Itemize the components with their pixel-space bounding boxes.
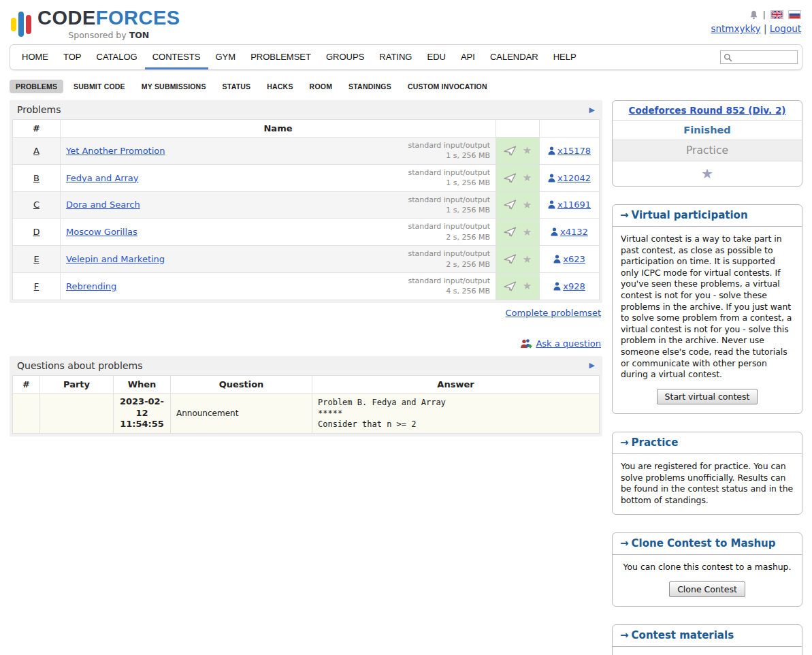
nav-item-catalog[interactable]: CATALOG: [89, 46, 145, 69]
nav-item-rating[interactable]: RATING: [372, 46, 419, 69]
ask-question-people-icon: [520, 338, 532, 349]
nav-item-contests[interactable]: CONTESTS: [145, 46, 208, 69]
problem-name-link[interactable]: Moscow Gorillas: [66, 227, 137, 237]
contest-mode: Practice: [613, 140, 802, 161]
problem-name-link[interactable]: Fedya and Array: [66, 173, 138, 183]
problem-name-link[interactable]: Velepin and Marketing: [66, 254, 165, 264]
contest-status: Finished: [613, 120, 802, 140]
tab-my-submissions[interactable]: MY SUBMISSIONS: [135, 80, 212, 93]
problem-name-link[interactable]: Yet Another Promotion: [66, 146, 165, 156]
tab-custom-invocation[interactable]: CUSTOM INVOCATION: [402, 80, 493, 93]
virtual-participation-text: Virtual contest is a way to take part in…: [613, 227, 802, 389]
tab-problems[interactable]: PROBLEMS: [10, 80, 63, 93]
arrow-right-icon: →: [620, 629, 629, 641]
problem-index-link[interactable]: D: [33, 227, 39, 237]
solved-count-link[interactable]: x11691: [548, 199, 591, 210]
favorite-star-icon[interactable]: ★: [523, 144, 532, 157]
problem-constraints: standard input/output1 s, 256 MB: [408, 195, 490, 216]
favorite-star-icon[interactable]: ★: [523, 280, 532, 292]
nav-item-groups[interactable]: GROUPS: [319, 46, 372, 69]
submit-plane-icon[interactable]: [504, 281, 517, 291]
nav-item-gym[interactable]: GYM: [208, 46, 244, 69]
caption-expand-arrow-icon[interactable]: ▶: [589, 361, 595, 370]
col-header-party: Party: [40, 375, 114, 393]
logo-title: CODEFORCES: [37, 7, 180, 29]
table-row: F Rebrending standard input/output4 s, 2…: [13, 272, 600, 300]
nav-item-top[interactable]: TOP: [56, 46, 89, 69]
logo-subtitle: Sponsored by TON: [37, 30, 180, 40]
contest-materials-box: →Contest materials • Announcement × • Tu…: [612, 624, 802, 655]
problem-name-link[interactable]: Dora and Search: [66, 199, 140, 210]
caption-expand-arrow-icon[interactable]: ▶: [589, 106, 595, 114]
header: CODEFORCES Sponsored by TON | sntmxykky …: [10, 5, 802, 44]
problem-index-link[interactable]: E: [33, 254, 39, 264]
page: CODEFORCES Sponsored by TON | sntmxykky …: [0, 0, 812, 655]
nav-item-help[interactable]: HELP: [546, 46, 584, 69]
submit-plane-icon[interactable]: [504, 254, 517, 264]
submit-plane-icon[interactable]: [504, 227, 517, 237]
favorite-star-icon[interactable]: ★: [523, 226, 532, 238]
language-row: |: [711, 10, 801, 20]
contest-info-box: Codeforces Round 852 (Div. 2) Finished P…: [612, 100, 802, 187]
question-num: [13, 393, 40, 434]
solved-count-link[interactable]: x15178: [548, 146, 591, 156]
col-header-num: #: [13, 375, 40, 393]
submit-plane-icon[interactable]: [504, 146, 517, 156]
logout-link[interactable]: Logout: [770, 23, 801, 34]
solved-count-link[interactable]: x623: [553, 254, 585, 264]
solved-count-link[interactable]: x4132: [551, 227, 588, 237]
codeforces-logo[interactable]: CODEFORCES Sponsored by TON: [11, 8, 180, 40]
person-icon: [553, 255, 561, 263]
problem-index-link[interactable]: C: [33, 199, 39, 210]
start-virtual-contest-button[interactable]: Start virtual contest: [657, 389, 758, 404]
problem-constraints: standard input/output1 s, 256 MB: [408, 167, 490, 189]
solved-count-link[interactable]: x12042: [548, 173, 591, 183]
ask-question-link[interactable]: Ask a question: [536, 338, 601, 349]
practice-box: →Practice You are registered for practic…: [612, 432, 802, 515]
table-row: D Moscow Gorillas standard input/output2…: [13, 219, 600, 246]
questions-table: # Party When Question Answer 2023-0: [12, 375, 600, 434]
favorite-star-icon[interactable]: ★: [523, 253, 532, 266]
favorite-star-icon[interactable]: ★: [523, 172, 532, 184]
tab-submit-code[interactable]: SUBMIT CODE: [67, 80, 131, 93]
tab-room[interactable]: ROOM: [304, 80, 338, 93]
nav-item-calendar[interactable]: CALENDAR: [483, 46, 546, 69]
col-header-when: When: [114, 375, 171, 393]
problem-index-link[interactable]: B: [33, 173, 39, 183]
problem-constraints: standard input/output4 s, 256 MB: [408, 276, 490, 297]
search-icon: [724, 53, 732, 62]
submit-plane-icon[interactable]: [504, 199, 517, 210]
person-icon: [548, 200, 555, 209]
clone-contest-button[interactable]: Clone Contest: [669, 581, 745, 597]
complete-problemset-row: Complete problemset: [11, 308, 601, 318]
problems-caption: Problems: [17, 104, 61, 115]
flag-en-icon[interactable]: [770, 10, 783, 19]
col-header-name: Name: [61, 120, 496, 138]
tab-status[interactable]: STATUS: [216, 80, 257, 93]
solved-count-link[interactable]: x928: [553, 281, 585, 291]
problem-name-link[interactable]: Rebrending: [66, 281, 116, 291]
clone-mashup-text: You can clone this contest to a mashup.: [613, 555, 802, 581]
contest-title-link[interactable]: Codeforces Round 852 (Div. 2): [629, 105, 786, 116]
bell-icon[interactable]: [749, 10, 758, 20]
tab-standings[interactable]: STANDINGS: [342, 80, 397, 93]
username-link[interactable]: sntmxykky: [711, 23, 760, 34]
problem-index-link[interactable]: F: [34, 281, 39, 291]
user-row: sntmxykky | Logout: [711, 23, 801, 34]
nav-item-problemset[interactable]: PROBLEMSET: [243, 46, 319, 69]
favorite-star-icon[interactable]: ★: [523, 199, 532, 211]
nav-item-api[interactable]: API: [453, 46, 483, 69]
problem-index-link[interactable]: A: [33, 146, 39, 156]
flag-ru-icon[interactable]: [788, 10, 801, 19]
complete-problemset-link[interactable]: Complete problemset: [506, 308, 601, 318]
col-header-index: #: [13, 120, 61, 138]
favorite-star-icon[interactable]: ★: [701, 165, 713, 182]
contest-sub-nav: PROBLEMS SUBMIT CODE MY SUBMISSIONS STAT…: [10, 80, 802, 93]
materials-list: • Announcement × • Tutorial ×: [613, 647, 802, 655]
tab-hacks[interactable]: HACKS: [261, 80, 299, 93]
submit-plane-icon[interactable]: [504, 173, 517, 183]
table-row: E Velepin and Marketing standard input/o…: [13, 246, 600, 273]
nav-item-home[interactable]: HOME: [14, 46, 56, 69]
nav-search: [720, 50, 798, 64]
nav-item-edu[interactable]: EDU: [419, 46, 453, 69]
